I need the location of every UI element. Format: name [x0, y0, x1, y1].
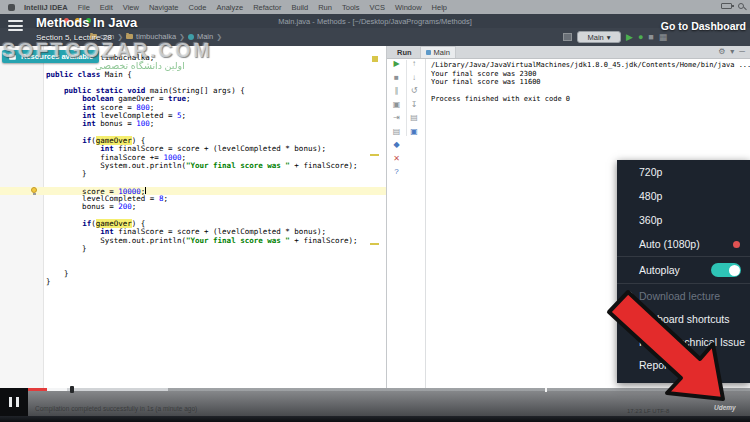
- run-toolbar-icon[interactable]: ▤: [393, 128, 401, 136]
- run-tool-window-header: Run Main ⚙ ▾ ─: [387, 46, 750, 59]
- player-control-bar: 1x 01:13 / 18:01 Transcript Browse Q&A A…: [0, 388, 750, 416]
- progress-hover-segment: [47, 388, 67, 391]
- ide-status-bar-text: Compilation completed successfully in 1s…: [35, 405, 197, 412]
- run-toolbar-icon[interactable]: ✕: [393, 155, 400, 163]
- pause-button[interactable]: [0, 388, 28, 416]
- active-quality-dot: [733, 241, 740, 248]
- run-debug-buttons: ▶●■▦: [626, 32, 667, 42]
- console-line: [431, 87, 750, 96]
- spotlight-search-icon: [738, 3, 744, 9]
- toolbar-icon[interactable]: ■: [648, 32, 653, 42]
- class-icon: [188, 34, 194, 40]
- macos-menu-item[interactable]: Navigate: [149, 3, 179, 12]
- code-line: [0, 178, 386, 186]
- macos-menu-item[interactable]: IntelliJ IDEA: [24, 3, 68, 12]
- menu-item-report-technical-issue[interactable]: Report Technical Issue: [617, 330, 750, 353]
- lecture-title: Methods In Java: [36, 15, 137, 30]
- macos-menu-item[interactable]: Window: [395, 3, 422, 12]
- class-icon: [426, 50, 431, 55]
- quality-option-auto-1080p-[interactable]: Auto (1080p): [617, 232, 750, 256]
- breadcrumb-separator: ❯: [179, 33, 185, 41]
- folder-icon: [8, 53, 17, 61]
- macos-menu-item[interactable]: VCS: [369, 3, 384, 12]
- autoplay-label: Autoplay: [639, 264, 680, 276]
- code-line: }: [0, 245, 386, 253]
- run-toolbar-icon[interactable]: ▶: [393, 60, 399, 68]
- run-toolbar-icon[interactable]: ↓: [412, 74, 416, 82]
- macos-menu-item[interactable]: Help: [432, 3, 447, 12]
- menu-item-report-abuse[interactable]: Report Abuse: [617, 353, 750, 376]
- run-console-output: /Library/Java/JavaVirtualMachines/jdk1.8…: [431, 61, 750, 104]
- console-line: Process finished with exit code 0: [431, 95, 750, 104]
- run-toolbar-icon[interactable]: ◆: [393, 141, 399, 149]
- run-config-dropdown[interactable]: Main▾: [577, 31, 621, 43]
- code-line: [0, 253, 386, 261]
- folder-icon: [126, 34, 133, 39]
- run-toolbar-icon[interactable]: ⇥: [393, 114, 400, 122]
- progress-marker: [695, 387, 697, 392]
- macos-menu-item[interactable]: Analyze: [216, 3, 243, 12]
- code-line: bonus = 200;: [0, 203, 386, 211]
- quality-options: 720p480p360pAuto (1080p): [617, 160, 750, 256]
- console-line: Your final score was 2300: [431, 70, 750, 79]
- console-line: /Library/Java/JavaVirtualMachines/jdk1.8…: [431, 61, 750, 70]
- run-toolbar-icon[interactable]: ▣: [393, 101, 401, 109]
- macos-menu-item[interactable]: Refactor: [253, 3, 281, 12]
- video-player-stage: IntelliJ IDEAFileEditViewNavigateCodeAna…: [0, 0, 750, 422]
- battery-icon: [721, 3, 732, 9]
- console-divider: [425, 59, 426, 388]
- macos-menu-item[interactable]: File: [78, 3, 90, 12]
- hide-panel-icon[interactable]: ─: [739, 47, 745, 56]
- quality-option-480p[interactable]: 480p: [617, 184, 750, 208]
- info-icon: i: [624, 291, 633, 300]
- autoplay-row: Autoplay: [617, 257, 750, 283]
- macos-menu-item[interactable]: View: [123, 3, 139, 12]
- code-lines: package com.timbuchalka; public class Ma…: [0, 54, 386, 286]
- run-toolbar-icon[interactable]: ?: [394, 168, 398, 176]
- run-toolbar-icon[interactable]: ■: [394, 74, 399, 82]
- chevron-down-icon[interactable]: ▾: [730, 47, 734, 56]
- ide-status-bar-right: 17:23 LF UTF-8: [627, 408, 669, 414]
- macos-menu-item[interactable]: Tools: [342, 3, 360, 12]
- progress-scrubber-handle[interactable]: [70, 386, 74, 393]
- course-menu-icon[interactable]: [8, 20, 23, 31]
- run-toolbar-icon[interactable]: ▤: [410, 114, 418, 122]
- run-toolbar-secondary: ↑↓↺↧▤▣: [406, 60, 421, 136]
- run-toolbar-icon[interactable]: ↺: [411, 87, 418, 95]
- player-bottom-strip: [0, 416, 750, 422]
- quality-option-360p[interactable]: 360p: [617, 208, 750, 232]
- macos-menu-item[interactable]: Build: [292, 3, 309, 12]
- apple-icon: [8, 4, 15, 11]
- run-toolbar-icon[interactable]: ↑: [412, 60, 416, 68]
- run-toolbar-icon[interactable]: ↧: [411, 101, 418, 109]
- run-toolbar-icon[interactable]: ▣: [410, 128, 418, 136]
- menu-item-keyboard-shortcuts[interactable]: Keyboard shortcuts: [617, 307, 750, 330]
- run-toolbar-icon[interactable]: ∥: [395, 87, 399, 95]
- autoplay-toggle[interactable]: [711, 263, 741, 277]
- macos-menu-item[interactable]: Edit: [100, 3, 113, 12]
- scrollbar-warning-mark: [370, 243, 379, 245]
- menubar-status-icons: [721, 3, 744, 9]
- tab-main[interactable]: Main: [420, 46, 456, 58]
- tool-window-icon[interactable]: [563, 33, 572, 41]
- menu-item-download-lecture: iDownload lecture: [617, 284, 750, 307]
- code-editor[interactable]: package com.timbuchalka; public class Ma…: [0, 46, 386, 388]
- go-to-dashboard-link[interactable]: Go to Dashboard: [661, 20, 746, 32]
- gear-icon[interactable]: ⚙: [718, 47, 725, 56]
- breadcrumb-main[interactable]: Main: [197, 32, 213, 41]
- macos-menu-item[interactable]: Run: [318, 3, 332, 12]
- quality-option-720p[interactable]: 720p: [617, 160, 750, 184]
- macos-menu-bar: IntelliJ IDEAFileEditViewNavigateCodeAna…: [0, 0, 750, 14]
- macos-menu-item[interactable]: Code: [189, 3, 207, 12]
- intention-bulb-icon[interactable]: [31, 187, 37, 193]
- scrollbar-warning-mark: [372, 56, 378, 62]
- settings-menu-items: iDownload lectureKeyboard shortcutsRepor…: [617, 284, 750, 376]
- breadcrumb-timbuchalka[interactable]: timbuchalka: [136, 32, 176, 41]
- code-line: int bonus = 100;: [0, 120, 386, 128]
- toolbar-icon[interactable]: ▶: [626, 32, 633, 42]
- toolbar-icon[interactable]: ●: [638, 32, 643, 42]
- code-line: }: [0, 270, 386, 278]
- resources-available-badge[interactable]: Resources available: [2, 50, 99, 63]
- toolbar-icon[interactable]: ▦: [659, 32, 668, 42]
- chevron-down-icon: ▾: [607, 33, 611, 42]
